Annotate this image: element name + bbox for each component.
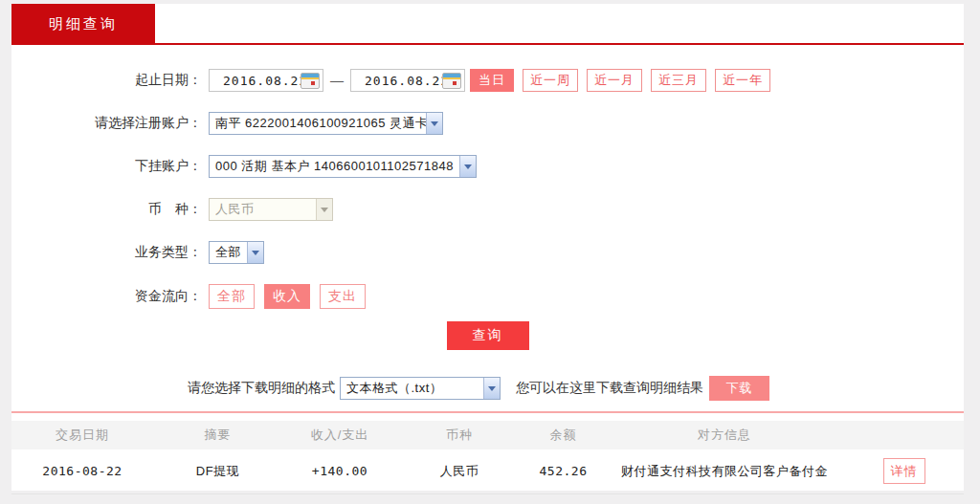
query-button[interactable]: 查询 — [447, 321, 529, 350]
cell-actions: 详情 — [844, 449, 964, 493]
cell-summary: DF提现 — [153, 449, 282, 493]
download-format-value: 文本格式（.txt） — [346, 380, 483, 397]
register-account-select[interactable]: 南平 6222001406100921065 灵通卡 — [209, 112, 443, 135]
fund-flow-row: 资金流向： 全部 收入 支出 — [11, 284, 964, 309]
end-date-input[interactable]: 2016.08.22 — [350, 69, 465, 92]
business-type-select[interactable]: 全部 — [209, 241, 264, 264]
chevron-down-icon[interactable] — [459, 156, 476, 177]
end-date-value: 2016.08.22 — [351, 74, 449, 88]
query-form: 起止日期： 2016.08.22 — 2016.08.22 当日 近一周 近一月… — [11, 45, 964, 494]
quick-range-today-button[interactable]: 当日 — [470, 69, 514, 92]
date-range-row: 起止日期： 2016.08.22 — 2016.08.22 当日 近一周 近一月… — [11, 69, 964, 92]
business-type-row: 业务类型： 全部 — [11, 241, 964, 264]
content-panel: 明细查询 起止日期： 2016.08.22 — 2016.08.22 当日 近一… — [11, 4, 964, 491]
register-account-value: 南平 6222001406100921065 灵通卡 — [215, 115, 426, 132]
header-trade-date: 交易日期 — [11, 421, 153, 449]
date-range-label: 起止日期： — [11, 72, 209, 89]
query-button-row: 查询 — [11, 321, 964, 350]
fund-flow-expense-button[interactable]: 支出 — [320, 284, 366, 309]
results-table: 交易日期 摘要 收入/支出 币种 余额 对方信息 2016-08-22 DF提现… — [11, 421, 964, 494]
cell-amount: +140.00 — [282, 449, 397, 493]
download-hint: 您可以在这里下载查询明细结果 — [516, 380, 703, 397]
header-actions — [844, 421, 964, 449]
tab-bar: 明细查询 — [11, 4, 964, 45]
register-account-label: 请选择注册账户： — [11, 115, 209, 132]
header-summary: 摘要 — [153, 421, 282, 449]
date-separator: — — [330, 73, 344, 88]
detail-button[interactable]: 详情 — [883, 458, 925, 484]
start-date-value: 2016.08.22 — [210, 74, 307, 88]
header-balance: 余额 — [522, 421, 605, 449]
sub-account-value: 000 活期 基本户 1406600101102571848 — [215, 158, 459, 175]
calendar-icon[interactable] — [442, 73, 461, 89]
calendar-icon[interactable] — [301, 73, 320, 89]
quick-range-week-button[interactable]: 近一周 — [523, 69, 578, 92]
start-date-input[interactable]: 2016.08.22 — [209, 69, 323, 92]
cell-currency: 人民币 — [397, 449, 522, 493]
header-income-expense: 收入/支出 — [282, 421, 397, 449]
fund-flow-income-button[interactable]: 收入 — [264, 284, 310, 309]
currency-row: 币 种： 人民币 — [11, 198, 964, 221]
cell-counterparty: 财付通支付科技有限公司客户备付金 — [605, 449, 844, 493]
business-type-value: 全部 — [215, 244, 247, 261]
fund-flow-label: 资金流向： — [11, 288, 209, 305]
sub-account-label: 下挂账户： — [11, 158, 209, 175]
download-button[interactable]: 下载 — [709, 376, 769, 401]
chevron-down-icon[interactable] — [247, 242, 263, 263]
cell-trade-date: 2016-08-22 — [11, 449, 153, 493]
sub-account-row: 下挂账户： 000 活期 基本户 1406600101102571848 — [11, 155, 964, 178]
quick-range-month-button[interactable]: 近一月 — [587, 69, 642, 92]
header-currency: 币种 — [397, 421, 522, 449]
pink-divider — [11, 411, 964, 413]
table-row: 2016-08-22 DF提现 +140.00 人民币 452.26 财付通支付… — [11, 449, 964, 493]
tab-detail-query[interactable]: 明细查询 — [11, 4, 155, 45]
currency-label: 币 种： — [11, 201, 209, 218]
download-format-select[interactable]: 文本格式（.txt） — [340, 377, 501, 400]
currency-value: 人民币 — [215, 201, 316, 218]
header-counterparty: 对方信息 — [605, 421, 844, 449]
currency-select: 人民币 — [209, 198, 333, 221]
quick-range-year-button[interactable]: 近一年 — [715, 69, 770, 92]
chevron-down-icon — [316, 199, 332, 220]
chevron-down-icon[interactable] — [426, 113, 442, 134]
fund-flow-all-button[interactable]: 全部 — [209, 284, 255, 309]
quick-range-3months-button[interactable]: 近三月 — [651, 69, 706, 92]
register-account-row: 请选择注册账户： 南平 6222001406100921065 灵通卡 — [11, 112, 964, 135]
download-row: 请您选择下载明细的格式 文本格式（.txt） 您可以在这里下载查询明细结果 下载 — [11, 376, 964, 401]
table-header-row: 交易日期 摘要 收入/支出 币种 余额 对方信息 — [11, 421, 964, 449]
sub-account-select[interactable]: 000 活期 基本户 1406600101102571848 — [209, 155, 477, 178]
cell-balance: 452.26 — [522, 449, 605, 493]
chevron-down-icon[interactable] — [483, 378, 500, 399]
business-type-label: 业务类型： — [11, 244, 209, 261]
download-format-label: 请您选择下载明细的格式 — [188, 380, 335, 397]
